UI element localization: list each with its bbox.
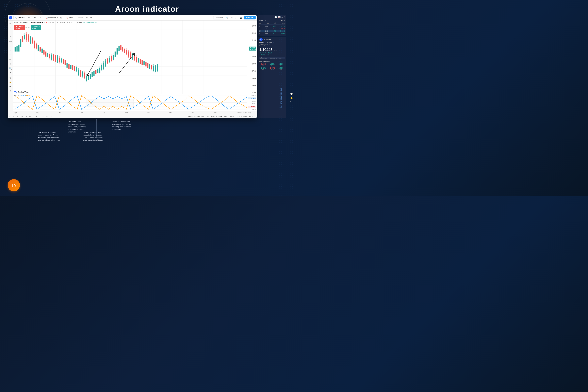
draw-cross-tool[interactable]: ✛ [247,115,249,117]
tv-logo-text: TradingView [18,91,28,93]
symbol-icon: E... [259,38,262,41]
line-tool[interactable]: ╱ [8,26,12,30]
price-1050: 1.05000 [248,84,256,86]
lock-tool[interactable]: 🔒 [8,80,12,84]
strategy-tester-btn[interactable]: Strategy Tester [210,115,222,117]
help-icon[interactable]: ? [290,101,293,103]
draw-select-tool[interactable]: ⊡ [249,115,251,117]
forex-screener-btn[interactable]: Forex Screener [188,115,200,117]
zoom-btn[interactable]: 🔍 [225,16,229,19]
high-value: H 1.10520 [57,22,65,23]
star-icon[interactable]: ☆ [9,115,11,118]
template-btn[interactable]: ⊞ [60,16,63,19]
nav-down-btn[interactable]: ∨ [254,115,256,117]
sd-more-icon[interactable]: ••• [268,38,271,41]
symbol-display[interactable]: EURUSD [18,16,26,19]
wi-chg-e: 0.00 [272,30,276,32]
aroon-chart-area: Aroon 25 52.00% 4.00% [13,94,247,111]
gann-tool[interactable]: ⌗ [8,48,12,52]
unnamed-btn[interactable]: Unnamed [213,16,224,20]
sell-button[interactable]: 1.10442 SELL [14,25,25,30]
eye-tool[interactable]: 👁 [8,84,12,88]
tf-6m[interactable]: 6M [29,115,32,118]
redo-btn[interactable]: ↪ [90,16,93,19]
elliott-tool[interactable]: 〜 [8,53,12,57]
replay-trading-btn[interactable]: Replay Trading [223,115,234,117]
text-tool[interactable]: T [8,62,12,66]
draw-rect-tool[interactable]: ▭ [243,115,245,117]
pine-editor-btn[interactable]: Pine Editor [201,115,209,117]
sell-buy-buttons: 1.10442 SELL 0.00003 1.10445 BUY [14,25,41,30]
measure-tool[interactable]: ↔ [8,44,12,48]
tf-1y[interactable]: 1Y [38,115,41,118]
undo-btn[interactable]: ↩ [85,16,88,19]
alert-side-icon[interactable]: 🔔 [290,97,293,99]
wi-sym-e: E [260,30,260,32]
publish-btn[interactable]: Publish [244,16,256,20]
wi-last-a: 0.66 [265,32,268,34]
spread-value: 0.00003 [25,27,30,28]
settings-btn[interactable]: ⚙ [230,16,234,19]
price-1070: 1.07000 [248,70,256,72]
add-symbol-btn[interactable]: ⊕ [27,16,31,19]
sd-link-icon[interactable]: ↗ [272,42,274,44]
fib-tool[interactable]: ⟺ [8,40,12,44]
perf-6m: 1.42% 6M [259,67,268,70]
price-1200: 1.12000 [248,32,256,34]
brush-tool[interactable]: ✏ [8,58,12,62]
draw-more-tools[interactable]: ⊞ [245,115,247,117]
tf-5y[interactable]: 5Y [42,115,45,118]
sell-label: SELL [16,28,23,30]
indicators-btn[interactable]: 📊 Indicators ▾ [44,16,58,19]
pattern-tool[interactable]: ◎ [8,76,12,80]
price-current-area: 1.10445 10:42:23 [248,46,256,50]
zoom-draw-tool[interactable]: 🔍 [8,66,12,70]
aroon-up-val: 52.00% [20,94,26,96]
tf-all[interactable]: All [46,115,49,118]
cursor-tool[interactable]: ✛ [8,22,12,26]
aroon-72: 72.00% [248,98,256,99]
hline-tool[interactable]: — [8,30,12,34]
draw-line-tool[interactable]: ╱ [237,115,238,117]
snapshot-btn[interactable]: 📷 [239,16,243,19]
timeframe-btn[interactable]: D [33,16,36,19]
perf-ytd-label: YTD [268,69,276,70]
pair-title: Euro / U.S. Dollar · 1D · TRADENATION [14,22,45,23]
perf-1w: -0.02% 1W [259,63,268,66]
tf-3m[interactable]: 3M [24,115,28,118]
divider-1 [14,16,14,19]
chat-icon[interactable]: 💬 [290,93,293,95]
side-panel-icons: 💬 🔔 ? [290,93,293,103]
watchlist-add-btn[interactable]: + [265,20,266,22]
annotation-area: The Aroon-Up indicator crossed below the… [8,119,286,152]
trash-tool[interactable]: 🗑 [8,89,12,93]
search-icon[interactable]: 🔍 [15,17,17,19]
compare-icon[interactable]: ⊞ [50,115,52,117]
clock-icon[interactable]: 🕐 [274,16,277,18]
wi-last-u: 141. [265,28,268,30]
tf-1m[interactable]: 1M [20,115,24,118]
time-apr: Apr [14,112,17,114]
replay-btn[interactable]: ↩ Replay [75,16,84,19]
side-brand-text: tradenation.com [280,88,282,108]
fullscreen-btn[interactable]: ⛶ [234,16,238,19]
magnet-tool[interactable]: ⊙ [8,71,12,75]
bar-type-btn[interactable]: ≡ [39,16,42,19]
tf-1d[interactable]: 1D [12,115,16,118]
platform-logo[interactable]: M [9,16,12,20]
draw-arrow-tool[interactable]: → [241,116,242,117]
draw-hline-tool[interactable]: — [238,116,240,117]
shapes-tool[interactable]: □ [8,35,12,39]
svg-line-168 [119,54,134,74]
tf-ytd[interactable]: YTD [33,115,37,118]
sd-edit-icon[interactable]: ✏ [266,38,268,41]
annotation-1: The Aroon-Up indicator crossed below the… [38,131,66,141]
sd-grid-icon[interactable]: ⊞ [264,38,265,41]
watchlist-title: Watc... [259,20,264,22]
nav-up-btn[interactable]: ∧ [252,115,253,117]
alert-btn[interactable]: ⏰ Alert [66,16,74,19]
aroon-25: 25.00% [248,103,256,104]
tf-5d[interactable]: 5D [16,115,20,118]
tradingview-logo: TV TradingView [13,90,30,94]
buy-button[interactable]: 1.10445 BUY [31,25,41,30]
